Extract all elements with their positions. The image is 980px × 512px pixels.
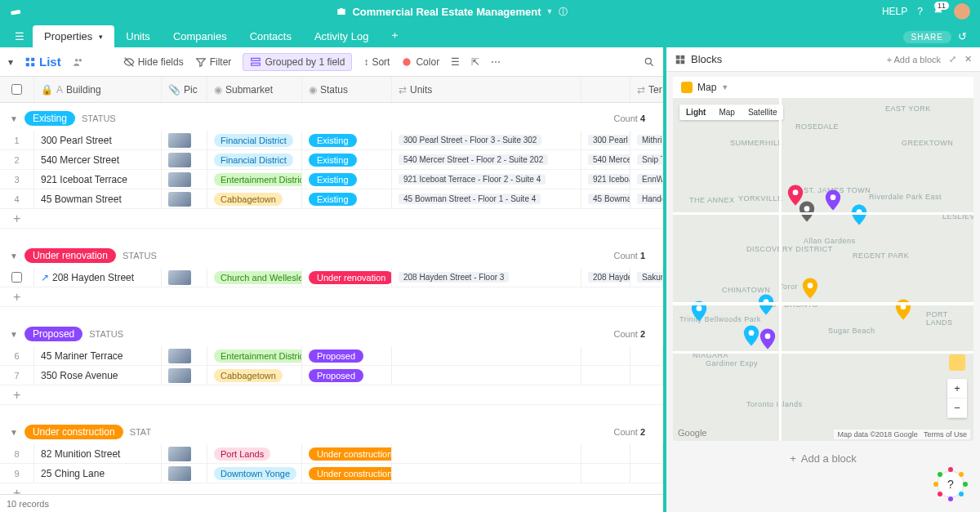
cell-tenants[interactable]: EnnWe Saurus Fi: [630, 170, 663, 189]
collapse-icon[interactable]: ▼: [10, 428, 18, 437]
notifications-button[interactable]: 11: [933, 5, 944, 19]
cell-submarket[interactable]: Church and Wellesley: [207, 268, 302, 287]
cell-units[interactable]: [392, 366, 581, 385]
cell-pic[interactable]: [162, 464, 207, 483]
cell-status[interactable]: Under renovation: [302, 268, 392, 287]
table-row[interactable]: 1 300 Pearl Street Financial District Ex…: [0, 131, 663, 150]
cell-tenants[interactable]: [630, 444, 663, 463]
cell-pic[interactable]: [162, 366, 207, 385]
column-status[interactable]: ◉ Status: [302, 77, 392, 102]
help-link[interactable]: HELP: [882, 6, 907, 17]
cell-units[interactable]: 540 Mercer Street - Floor 2 - Suite 202: [392, 150, 581, 169]
chevron-down-icon[interactable]: ▼: [546, 7, 554, 16]
hide-fields-button[interactable]: Hide fields: [123, 56, 184, 68]
cell-building[interactable]: 921 Iceboat Terrace: [34, 170, 162, 189]
group-header[interactable]: ▼ Proposed STATUS Count 2: [0, 318, 663, 346]
column-submarket[interactable]: ◉ Submarket: [207, 77, 302, 102]
chevron-down-icon[interactable]: ▼: [721, 83, 728, 91]
map-pin[interactable]: [760, 328, 776, 349]
cell-submarket[interactable]: Entertainment District: [207, 346, 302, 365]
history-icon[interactable]: ↺: [958, 30, 967, 42]
cell-tenants[interactable]: Snip Tease Press: [630, 150, 663, 169]
cell-pic[interactable]: [162, 444, 207, 463]
cell-building[interactable]: 82 Munition Street: [34, 444, 162, 463]
people-icon[interactable]: [73, 56, 84, 68]
cell-pic[interactable]: [162, 268, 207, 287]
cell-tenants[interactable]: [630, 366, 663, 385]
map-block-tab[interactable]: Map ▼: [673, 77, 973, 98]
cell-tenants[interactable]: [630, 464, 663, 483]
cell-tenants[interactable]: Mithril Investment: [630, 131, 663, 149]
info-icon[interactable]: ⓘ: [559, 6, 568, 18]
avatar[interactable]: [954, 3, 970, 20]
cell-pic[interactable]: [162, 346, 207, 365]
cell-tenants[interactable]: Sakura Hotel Sai: [630, 268, 663, 287]
cell-pic[interactable]: [162, 150, 207, 169]
zoom-out-button[interactable]: −: [947, 398, 967, 418]
table-row[interactable]: 6 45 Mariner Terrace Entertainment Distr…: [0, 346, 663, 366]
add-block-button[interactable]: + Add a block: [790, 452, 857, 465]
cell-status[interactable]: Existing: [302, 131, 392, 149]
map-pin[interactable]: [799, 201, 815, 222]
group-header[interactable]: ▼ Existing STATUS Count 4: [0, 103, 663, 131]
cell-units[interactable]: 921 Iceboat Terrace - Floor 2 - Suite 4: [392, 170, 581, 189]
more-icon[interactable]: ⋯: [491, 56, 501, 68]
cell-building[interactable]: ↗ 208 Hayden Street: [34, 268, 162, 287]
help-icon[interactable]: ?: [917, 6, 923, 17]
add-row-button[interactable]: +: [0, 385, 663, 405]
close-icon[interactable]: ✕: [964, 54, 972, 65]
search-icon[interactable]: [644, 56, 655, 68]
map-pin[interactable]: [743, 325, 760, 346]
cell-submarket[interactable]: Financial District: [207, 131, 302, 149]
cell-building[interactable]: 350 Rose Avenue: [34, 366, 162, 385]
map-pin[interactable]: [825, 189, 841, 211]
cell-units[interactable]: 300 Pearl Street - Floor 3 - Suite 302: [392, 131, 581, 149]
row-height-icon[interactable]: ☰: [451, 56, 460, 68]
column-pic[interactable]: 📎 Pic: [162, 77, 207, 102]
cell-building[interactable]: 25 Ching Lane: [34, 464, 162, 483]
cell-submarket[interactable]: Downtown Yonge: [207, 464, 302, 483]
cell-tenants[interactable]: [630, 346, 663, 365]
map-view-satellite[interactable]: Satellite: [742, 105, 784, 120]
table-row[interactable]: 7 350 Rose Avenue Cabbagetown Proposed: [0, 366, 663, 385]
cell-pic[interactable]: [162, 131, 207, 149]
tab-properties[interactable]: Properties▾: [33, 25, 114, 47]
tab-contacts[interactable]: Contacts: [238, 25, 303, 47]
map-pin[interactable]: [851, 204, 867, 225]
table-row[interactable]: ↗ 208 Hayden Street Church and Wellesley…: [0, 268, 663, 287]
cell-submarket[interactable]: Cabbagetown: [207, 189, 302, 208]
cell-building[interactable]: 45 Mariner Terrace: [34, 346, 162, 365]
filter-button[interactable]: Filter: [195, 56, 232, 68]
cell-submarket[interactable]: Entertainment District: [207, 170, 302, 189]
collapse-icon[interactable]: ▼: [10, 330, 18, 339]
share-view-icon[interactable]: ⇱: [471, 56, 479, 68]
group-header[interactable]: ▼ Under renovation STATUS Count 1: [0, 240, 663, 268]
cell-pic[interactable]: [162, 170, 207, 189]
map-view-light[interactable]: Light: [679, 105, 712, 120]
cell-units[interactable]: 208 Hayden Street - Floor 3: [392, 268, 581, 287]
zoom-in-button[interactable]: +: [947, 379, 967, 398]
app-title[interactable]: Commercial Real Estate Management: [352, 6, 541, 18]
cell-status[interactable]: Under construction: [302, 444, 392, 463]
table-row[interactable]: 4 45 Bowman Street Cabbagetown Existing …: [0, 189, 663, 209]
tab-activity-log[interactable]: Activity Log: [303, 25, 380, 47]
cell-status[interactable]: Under construction: [302, 464, 392, 483]
group-header[interactable]: ▼ Under construction STAT Count 2: [0, 416, 663, 444]
cell-submarket[interactable]: Cabbagetown: [207, 366, 302, 385]
cell-pic[interactable]: [162, 189, 207, 208]
table-row[interactable]: 8 82 Munition Street Port Lands Under co…: [0, 444, 663, 464]
cell-status[interactable]: Proposed: [302, 346, 392, 365]
tab-units[interactable]: Units: [114, 25, 162, 47]
cell-submarket[interactable]: Financial District: [207, 150, 302, 169]
select-all-checkbox[interactable]: [11, 84, 22, 95]
cell-building[interactable]: 540 Mercer Street: [34, 150, 162, 169]
expand-icon[interactable]: ⤢: [949, 54, 956, 65]
color-button[interactable]: Color: [401, 56, 439, 68]
add-block-link[interactable]: + Add a block: [887, 55, 941, 65]
table-row[interactable]: 9 25 Ching Lane Downtown Yonge Under con…: [0, 464, 663, 483]
cell-units[interactable]: 45 Bowman Street - Floor 1 - Suite 4: [392, 189, 581, 208]
menu-icon[interactable]: ☰: [8, 30, 31, 47]
add-row-button[interactable]: +: [0, 209, 663, 229]
cell-status[interactable]: Existing: [302, 170, 392, 189]
column-units[interactable]: ⇄ Units: [392, 77, 581, 102]
